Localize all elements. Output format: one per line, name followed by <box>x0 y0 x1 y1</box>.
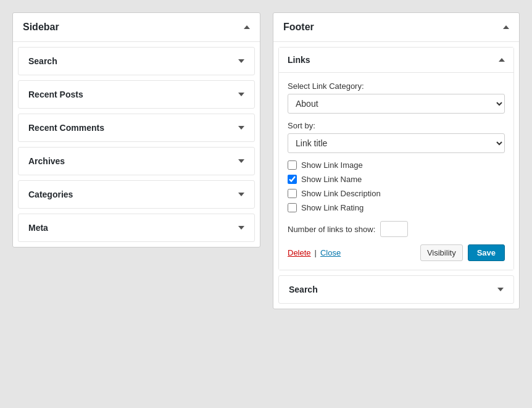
delete-button[interactable]: Delete <box>288 248 311 257</box>
sidebar-widgets: Search Recent Posts Recent Comments Arch… <box>13 47 260 242</box>
select-link-category-dropdown[interactable]: AboutBlogrollGeneral <box>288 94 505 114</box>
footer-title: Footer <box>283 22 314 33</box>
footer-header: Footer <box>273 13 519 42</box>
links-widget: Links Select Link Category: AboutBlogrol… <box>278 47 514 270</box>
links-collapse-icon[interactable] <box>499 58 505 62</box>
widget-label: Meta <box>28 223 48 233</box>
checkbox-input[interactable] <box>288 189 297 198</box>
num-links-input[interactable] <box>380 221 408 237</box>
checkbox-row: Show Link Description <box>288 189 505 198</box>
sort-by-label: Sort by: <box>288 121 505 130</box>
checkbox-label: Show Link Image <box>301 160 363 170</box>
checkbox-input[interactable] <box>288 160 297 170</box>
sidebar-widget-item[interactable]: Meta <box>18 214 255 242</box>
num-links-label: Number of links to show: <box>288 225 375 234</box>
links-widget-header: Links <box>279 48 513 73</box>
widget-chevron-icon <box>238 93 244 96</box>
checkbox-input[interactable] <box>288 175 297 184</box>
checkbox-label: Show Link Description <box>301 189 381 198</box>
sidebar-widget-item[interactable]: Search <box>18 47 255 75</box>
checkboxes-container: Show Link Image Show Link Name Show Link… <box>288 160 505 212</box>
checkbox-input[interactable] <box>288 203 297 212</box>
widget-chevron-icon <box>238 193 244 196</box>
footer-search-collapse-icon[interactable] <box>497 288 504 291</box>
links-widget-body: Select Link Category: AboutBlogrollGener… <box>279 73 513 270</box>
sidebar-widget-item[interactable]: Categories <box>18 180 255 209</box>
footer-search-widget[interactable]: Search <box>278 275 514 304</box>
widget-label: Archives <box>28 156 65 166</box>
widget-chevron-icon <box>238 226 244 230</box>
widget-label: Search <box>28 56 57 66</box>
widget-chevron-icon <box>238 126 244 130</box>
action-left: Delete | Close <box>288 248 341 257</box>
widget-chevron-icon <box>238 59 244 63</box>
footer-panel: Footer Links Select Link Category: About… <box>273 12 520 309</box>
checkbox-row: Show Link Image <box>288 160 505 170</box>
widget-label: Recent Posts <box>28 90 83 99</box>
select-link-category-row: Select Link Category: AboutBlogrollGener… <box>288 81 505 114</box>
sidebar-collapse-icon[interactable] <box>244 25 250 29</box>
widget-label: Recent Comments <box>28 123 104 133</box>
select-link-category-label: Select Link Category: <box>288 81 505 91</box>
sidebar-widget-item[interactable]: Recent Comments <box>18 114 255 142</box>
save-button[interactable]: Save <box>468 244 505 261</box>
action-right: Visibility Save <box>420 244 505 261</box>
links-widget-title: Links <box>288 55 310 65</box>
sidebar-header: Sidebar <box>13 13 260 42</box>
widget-label: Categories <box>28 189 73 199</box>
checkbox-row: Show Link Name <box>288 175 505 184</box>
footer-search-label: Search <box>289 285 318 294</box>
num-links-row: Number of links to show: <box>288 221 505 237</box>
close-button[interactable]: Close <box>320 248 341 257</box>
main-layout: Sidebar Search Recent Posts Recent Comme… <box>12 12 520 309</box>
sidebar-title: Sidebar <box>23 22 59 33</box>
visibility-button[interactable]: Visibility <box>420 244 463 261</box>
footer-collapse-icon[interactable] <box>503 25 509 29</box>
checkbox-row: Show Link Rating <box>288 203 505 212</box>
sort-by-dropdown[interactable]: Link titleLink nameLink ID <box>288 133 505 153</box>
checkbox-label: Show Link Rating <box>301 203 364 212</box>
widget-chevron-icon <box>238 159 244 163</box>
sort-by-row: Sort by: Link titleLink nameLink ID <box>288 121 505 153</box>
sidebar-widget-item[interactable]: Recent Posts <box>18 80 255 109</box>
action-row: Delete | Close Visibility Save <box>288 244 505 261</box>
sidebar-panel: Sidebar Search Recent Posts Recent Comme… <box>12 12 260 248</box>
checkbox-label: Show Link Name <box>301 175 362 184</box>
separator: | <box>315 248 317 257</box>
sidebar-widget-item[interactable]: Archives <box>18 147 255 175</box>
